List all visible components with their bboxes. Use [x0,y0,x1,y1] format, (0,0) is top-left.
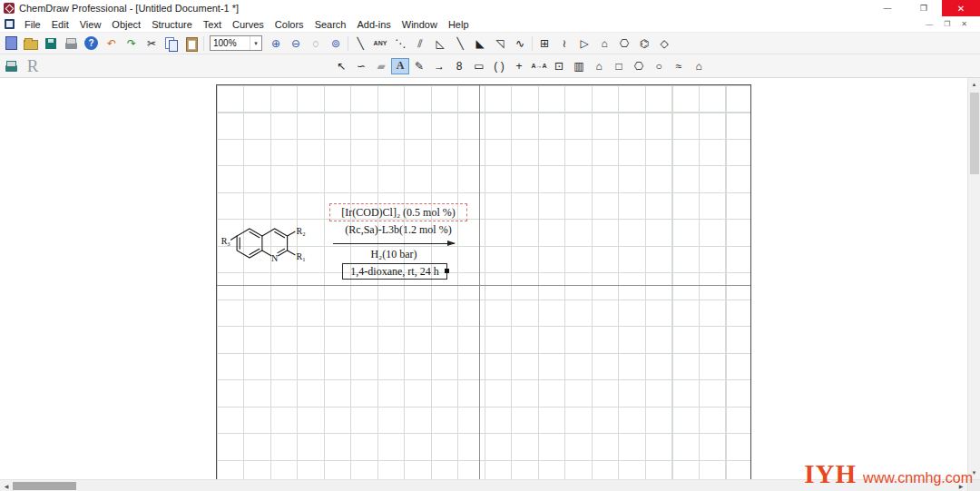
r3-label[interactable]: R₃ [221,236,230,246]
menu-window[interactable]: Window [397,18,443,31]
cyclohexane-ring-icon[interactable]: ⎔ [614,34,634,53]
zoom-center-icon[interactable]: ⊚ [326,34,346,53]
zoom-out-icon[interactable]: ⊖ [286,34,306,53]
solid-bond-icon[interactable]: ╲ [350,34,370,53]
watermark-url: www.cnmhg.com [863,470,973,486]
minimize-button[interactable]: — [869,0,906,16]
bold-bond-icon[interactable]: ╲ [450,34,470,53]
solid-wedge-bond-icon[interactable]: ◣ [470,34,490,53]
menu-text[interactable]: Text [198,18,227,31]
ligand-text[interactable]: (Rc,Sa)-L3b(1.2 mol %) [329,223,467,237]
pentagon-tool-icon[interactable]: ⌂ [689,57,709,75]
menu-file[interactable]: File [19,18,46,31]
print-icon[interactable] [61,34,81,53]
benzene-ring-icon[interactable]: ⌬ [634,34,654,53]
solvent-text-box[interactable]: 1,4-dioxane, rt, 24 h [342,263,447,280]
canvas-workspace: N R₂ R₁ R₃ [Ir(COD)Cl]₂ (0.5 mol %) (Rc,… [0,78,980,491]
any-bond-icon[interactable]: ANY [370,34,390,53]
document-page[interactable]: N R₂ R₁ R₃ [Ir(COD)Cl]₂ (0.5 mol %) (Rc,… [216,84,751,491]
scroll-left-icon[interactable]: ◀ [0,483,13,489]
lasso-select-icon[interactable]: ∽ [351,57,371,75]
watermark: IYH www.cnmhg.com [804,461,973,487]
page-setup-printer-icon[interactable] [1,57,21,75]
undo-icon[interactable]: ↶ [102,34,122,53]
window-controls: — ❐ ✕ [869,0,980,16]
bracket-tool-icon[interactable]: ( ) [489,57,509,75]
paste-icon[interactable] [181,34,201,53]
hashed-wedge-bond-icon[interactable]: ◺ [430,34,450,53]
cyclopentane-ring-icon[interactable]: ⌂ [594,34,614,53]
acyclic-chain-icon[interactable]: ≀ [554,34,574,53]
marquee-select-icon[interactable]: ↖ [331,57,351,75]
eraser-icon[interactable]: ▰ [371,57,391,75]
menu-colors[interactable]: Colors [270,18,309,31]
r-logo-icon[interactable]: R [21,57,44,75]
cyclobutane-tool-icon[interactable]: □ [609,57,629,75]
hollow-wedge-bond-icon[interactable]: ◹ [490,34,510,53]
redo-icon[interactable]: ↷ [122,34,142,53]
vertical-scrollbar[interactable]: ▲ ▼ [967,78,980,479]
quinoline-structure[interactable]: N R₂ R₁ R₃ [219,211,328,274]
mdi-close-button[interactable]: ✕ [961,20,967,28]
arrow-tool-icon[interactable]: → [429,57,449,75]
save-icon[interactable] [41,34,61,53]
table-icon[interactable]: ⊞ [534,34,554,53]
dashed-bond-icon[interactable]: ⋱ [390,34,410,53]
menu-view[interactable]: View [74,18,107,31]
horizontal-scroll-thumb[interactable] [13,482,76,490]
scroll-up-icon[interactable]: ▲ [968,78,980,91]
hashed-bond-icon[interactable]: ⫽ [410,34,430,53]
menu-object[interactable]: Object [106,18,146,31]
restore-button[interactable]: ❐ [906,0,942,16]
mdi-restore-button[interactable]: ❐ [944,20,950,28]
text-tool-icon[interactable]: A [391,58,409,74]
zoom-in-icon[interactable]: ⊕ [266,34,286,53]
menu-curves[interactable]: Curves [227,18,270,31]
zoom-select[interactable]: 100% ▾ [210,35,262,51]
copy-icon[interactable] [162,34,181,53]
page-divider-vertical [479,85,480,491]
atom-map-icon[interactable]: A→A [529,57,549,75]
hydrogen-pressure-text[interactable]: H₂(10 bar) [333,248,455,261]
mdi-minimize-button[interactable]: — [926,20,933,28]
cyclopentadiene-ring-icon[interactable]: ◇ [654,34,674,53]
page-divider-horizontal [217,285,750,286]
menu-edit[interactable]: Edit [46,18,74,31]
cut-icon[interactable]: ✂ [142,34,162,53]
nitrogen-label[interactable]: N [271,253,278,263]
cyclopentane-tool-icon[interactable]: ⌂ [589,57,609,75]
document-icon[interactable] [5,19,15,29]
menu-structure[interactable]: Structure [146,18,198,31]
orbital-tool-icon[interactable]: 8 [449,57,469,75]
help-icon[interactable]: ? [84,36,98,50]
zoom-area-icon[interactable]: ◌ [306,34,326,53]
plus-symbol-icon[interactable]: + [509,57,529,75]
catalyst-text: [Ir(COD)Cl]₂ (0.5 mol %) [341,206,456,220]
rectangle-tool-icon[interactable]: ▭ [469,57,489,75]
chemdraw-app-icon[interactable] [4,3,15,14]
curve-tool-icon[interactable]: ≈ [669,57,689,75]
chevron-down-icon[interactable]: ▾ [250,36,261,50]
cyclopropane-ring-icon[interactable]: ▷ [574,34,594,53]
bond-lines [231,229,296,258]
r2-label[interactable]: R₂ [297,226,306,236]
r1-label[interactable]: R₁ [297,251,306,261]
close-button[interactable]: ✕ [942,0,980,16]
templates-icon[interactable]: ▥ [569,57,589,75]
resize-handle[interactable] [445,269,449,273]
cyclohexane-tool-icon[interactable]: ⎔ [629,57,649,75]
pen-tool-icon[interactable]: ✎ [409,57,429,75]
wavy-bond-icon[interactable]: ∿ [510,34,530,53]
new-document-icon[interactable] [1,34,21,53]
catalyst-text-selected[interactable]: [Ir(COD)Cl]₂ (0.5 mol %) [329,203,467,221]
menu-addins[interactable]: Add-ins [351,18,396,31]
menu-help[interactable]: Help [443,18,475,31]
menu-search[interactable]: Search [309,18,352,31]
benzene-circle-tool-icon[interactable]: ○ [649,57,669,75]
open-folder-icon[interactable] [21,34,41,53]
reaction-arrow[interactable] [333,243,455,244]
vertical-scroll-thumb[interactable] [970,93,979,174]
tools-toolbar: R ↖ ∽ ▰ A ✎ → 8 ▭ ( ) + A→A ⊡ ▥ ⌂ □ ⎔ ○ … [0,54,980,78]
zoom-value: 100% [213,38,237,48]
table-tool-icon[interactable]: ⊡ [549,57,569,75]
